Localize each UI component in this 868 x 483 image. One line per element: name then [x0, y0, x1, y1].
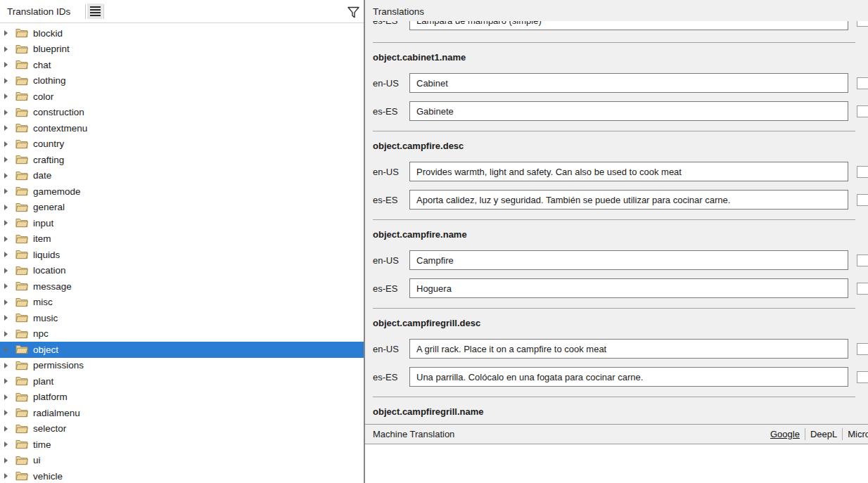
tree-item-construction[interactable]: construction: [0, 105, 364, 121]
expand-arrow-icon[interactable]: [3, 410, 13, 416]
expand-arrow-icon[interactable]: [3, 188, 13, 194]
tree-item-location[interactable]: location: [0, 263, 364, 279]
translation-input[interactable]: [409, 190, 848, 210]
approved-checkbox[interactable]: [857, 255, 868, 266]
approved-checkbox[interactable]: [857, 283, 868, 295]
expand-arrow-icon[interactable]: [3, 347, 13, 352]
translation-input[interactable]: [409, 250, 848, 270]
mt-provider-deepl[interactable]: DeepL: [810, 429, 837, 439]
expand-arrow-icon[interactable]: [3, 205, 13, 210]
language-label: en-US: [373, 78, 405, 89]
expand-arrow-icon[interactable]: [3, 125, 13, 131]
expand-arrow-icon[interactable]: [3, 268, 13, 273]
expand-arrow-icon[interactable]: [3, 252, 13, 257]
expand-arrow-icon[interactable]: [3, 110, 13, 115]
expand-arrow-icon[interactable]: [3, 426, 13, 432]
expand-arrow-icon[interactable]: [3, 458, 13, 463]
tree-item-platform[interactable]: platform: [0, 389, 364, 406]
tree-item-permissions[interactable]: permissions: [0, 358, 364, 374]
tree-item-label: permissions: [33, 360, 84, 371]
tree-item-label: general: [33, 202, 65, 212]
tree-item-label: music: [33, 313, 58, 323]
expand-arrow-icon[interactable]: [3, 78, 13, 84]
translations-panel: Translations es-ES object.cabinet1.namee…: [365, 0, 868, 483]
expand-arrow-icon[interactable]: [3, 173, 13, 179]
mt-provider-google[interactable]: Google: [770, 429, 800, 439]
tree-item-music[interactable]: music: [0, 310, 364, 326]
language-label: en-US: [373, 344, 405, 354]
expand-arrow-icon[interactable]: [3, 157, 13, 162]
translation-input[interactable]: [409, 339, 848, 359]
tree-item-date[interactable]: date: [0, 168, 364, 184]
tree-item-radialmenu[interactable]: radialmenu: [0, 405, 364, 421]
folder-icon: [15, 408, 28, 418]
expand-arrow-icon[interactable]: [3, 46, 13, 52]
approved-checkbox[interactable]: [857, 194, 868, 206]
machine-translation-bar: Machine Translation GoogleDeepLMicrosoft: [365, 424, 868, 444]
expand-arrow-icon[interactable]: [3, 394, 13, 400]
header-separator: [103, 4, 104, 19]
tree-item-crafting[interactable]: crafting: [0, 152, 364, 168]
expand-arrow-icon[interactable]: [3, 62, 13, 67]
translation-ids-panel: Translation IDs blockidblueprintchatclot…: [0, 0, 365, 483]
translation-input[interactable]: [409, 162, 848, 181]
expand-arrow-icon[interactable]: [3, 331, 13, 337]
filter-funnel-icon[interactable]: [347, 6, 360, 19]
expand-arrow-icon[interactable]: [3, 378, 13, 384]
tree-item-country[interactable]: country: [0, 136, 364, 153]
translation-input[interactable]: [409, 101, 848, 121]
tree-item-selector[interactable]: selector: [0, 421, 364, 437]
machine-translation-label: Machine Translation: [373, 429, 454, 439]
tree-item-gamemode[interactable]: gamemode: [0, 183, 364, 200]
mt-provider-microsoft[interactable]: Microsoft: [848, 429, 868, 439]
header-separator: [85, 4, 86, 19]
mt-provider-links: GoogleDeepLMicrosoft: [770, 425, 868, 444]
tree-item-vehicle[interactable]: vehicle: [0, 468, 364, 483]
expand-arrow-icon[interactable]: [3, 30, 13, 36]
expand-arrow-icon[interactable]: [3, 236, 13, 242]
expand-arrow-icon[interactable]: [3, 94, 13, 99]
approved-checkbox[interactable]: [857, 77, 868, 89]
tree-item-object[interactable]: object: [0, 342, 364, 358]
tree-item-item[interactable]: item: [0, 231, 364, 247]
tree-item-label: date: [33, 170, 51, 181]
expand-arrow-icon[interactable]: [3, 283, 13, 289]
expand-arrow-icon[interactable]: [3, 220, 13, 226]
tree-item-blockid[interactable]: blockid: [0, 25, 364, 41]
approved-checkbox[interactable]: [857, 105, 868, 117]
translation-input[interactable]: [409, 21, 848, 30]
tree-item-general[interactable]: general: [0, 200, 364, 216]
folder-icon: [15, 108, 28, 117]
tree-item-color[interactable]: color: [0, 89, 364, 105]
tree-item-npc[interactable]: npc: [0, 326, 364, 342]
expand-arrow-icon[interactable]: [3, 300, 13, 305]
translation-row: en-US: [373, 162, 868, 181]
expand-arrow-icon[interactable]: [3, 315, 13, 321]
tree-item-plant[interactable]: plant: [0, 373, 364, 389]
tree-item-clothing[interactable]: clothing: [0, 73, 364, 89]
language-label: es-ES: [373, 21, 405, 26]
tree-item-label: clothing: [33, 75, 66, 86]
tree-item-blueprint[interactable]: blueprint: [0, 41, 364, 58]
translation-input[interactable]: [409, 73, 848, 93]
translation-input[interactable]: [409, 278, 848, 298]
approved-checkbox[interactable]: [857, 343, 868, 355]
approved-checkbox[interactable]: [857, 371, 868, 383]
tree-item-liquids[interactable]: liquids: [0, 247, 364, 263]
panel-title: Translation IDs: [7, 6, 70, 17]
tree-item-ui[interactable]: ui: [0, 453, 364, 469]
approved-checkbox[interactable]: [857, 166, 868, 178]
tree-item-contextmenu[interactable]: contextmenu: [0, 120, 364, 136]
hamburger-menu-button[interactable]: [87, 4, 103, 19]
expand-arrow-icon[interactable]: [3, 442, 13, 447]
translation-input[interactable]: [409, 367, 848, 387]
tree-item-time[interactable]: time: [0, 437, 364, 453]
tree-item-misc[interactable]: misc: [0, 295, 364, 311]
tree-item-message[interactable]: message: [0, 278, 364, 295]
expand-arrow-icon[interactable]: [3, 363, 13, 368]
approved-checkbox[interactable]: [857, 21, 868, 27]
tree-item-chat[interactable]: chat: [0, 57, 364, 73]
tree-item-input[interactable]: input: [0, 215, 364, 231]
expand-arrow-icon[interactable]: [3, 141, 13, 147]
expand-arrow-icon[interactable]: [3, 473, 13, 479]
